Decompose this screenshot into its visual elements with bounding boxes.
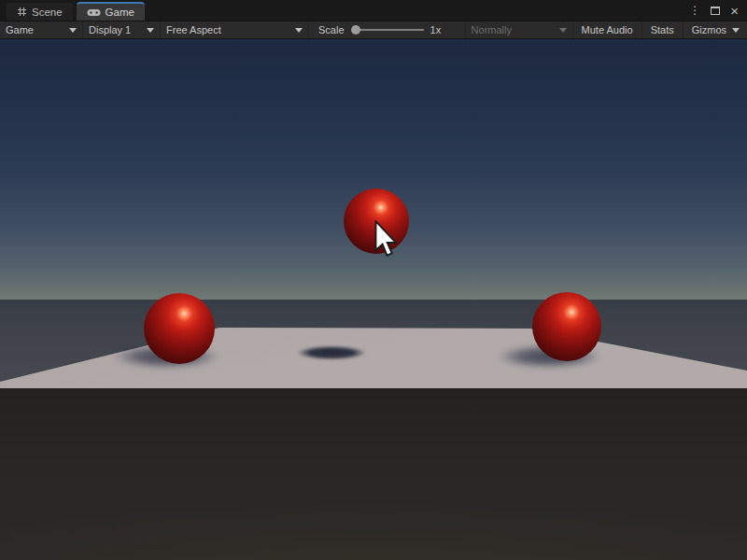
window-close-icon[interactable]: ×: [730, 4, 739, 18]
chevron-down-icon: [732, 28, 740, 33]
scale-value: 1x: [430, 24, 442, 35]
gizmos-dropdown[interactable]: Gizmos: [683, 21, 747, 38]
red-sphere-middle: [344, 189, 409, 254]
scale-label: Scale: [318, 24, 345, 35]
display-label: Display 1: [89, 24, 131, 35]
mute-audio-button[interactable]: Mute Audio: [572, 21, 641, 38]
view-mode-label: Game: [6, 24, 34, 35]
red-sphere-left: [144, 293, 215, 364]
sky: [0, 39, 747, 300]
tab-scene[interactable]: Scene: [7, 3, 73, 21]
slider-track: [355, 29, 424, 31]
display-dropdown[interactable]: Display 1: [83, 21, 161, 38]
game-viewport[interactable]: [0, 39, 747, 560]
tab-game-label: Game: [106, 7, 134, 18]
window-maximize-icon[interactable]: [711, 7, 720, 15]
mute-audio-label: Mute Audio: [582, 24, 633, 35]
red-sphere-right: [532, 292, 601, 361]
stats-label: Stats: [651, 24, 674, 35]
play-mode-label: Normally: [472, 24, 512, 35]
near-ground: [0, 388, 747, 560]
scale-control: Scale 1x: [309, 21, 465, 38]
unity-game-view-window: Scene Game ⋮ × Game Displ: [0, 0, 747, 560]
shadow-middle-sphere: [295, 345, 368, 360]
slider-knob[interactable]: [351, 25, 360, 35]
tab-bar: Scene Game ⋮ ×: [0, 0, 747, 21]
tab-scene-label: Scene: [32, 7, 63, 18]
gizmos-label: Gizmos: [692, 24, 726, 35]
window-menu-icon[interactable]: ⋮: [689, 5, 700, 16]
tab-game[interactable]: Game: [77, 2, 145, 21]
enter-play-mode-dropdown[interactable]: Normally: [465, 21, 572, 38]
chevron-down-icon: [147, 28, 154, 33]
gamepad-icon: [87, 8, 101, 17]
scene-grid-icon: [17, 7, 27, 17]
aspect-label: Free Aspect: [166, 24, 221, 35]
window-controls: ⋮ ×: [689, 0, 747, 21]
chevron-down-icon: [295, 28, 303, 33]
stats-button[interactable]: Stats: [641, 21, 683, 38]
view-mode-dropdown[interactable]: Game: [0, 21, 83, 38]
scale-slider[interactable]: [351, 25, 424, 35]
chevron-down-icon: [69, 28, 77, 33]
game-view-toolbar: Game Display 1 Free Aspect Scale 1x Norm…: [0, 21, 747, 39]
aspect-ratio-dropdown[interactable]: Free Aspect: [161, 21, 309, 38]
maximize-box: [711, 7, 720, 15]
chevron-down-icon: [559, 28, 567, 33]
